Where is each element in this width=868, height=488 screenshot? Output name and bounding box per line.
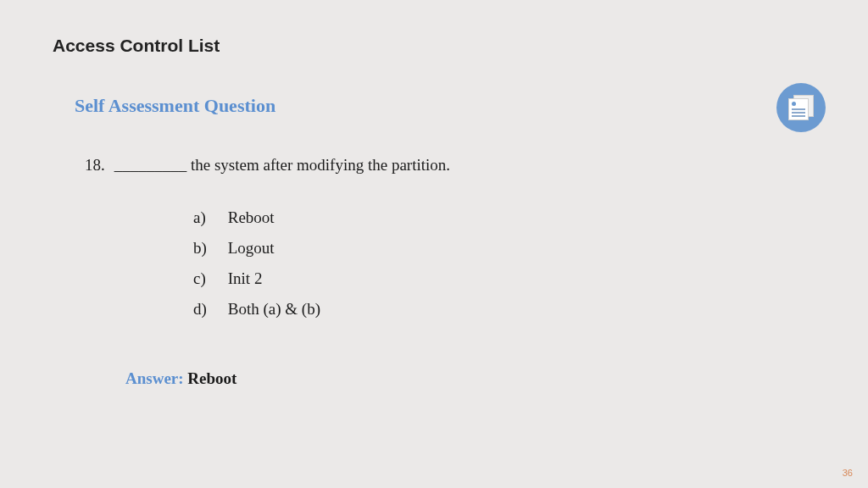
- answer-label: Answer:: [125, 369, 187, 387]
- question-number: 18.: [85, 156, 110, 175]
- option-row: d) Both (a) & (b): [193, 300, 320, 319]
- document-icon: [776, 83, 826, 132]
- answer-line: Answer: Reboot: [125, 369, 236, 388]
- page-number: 36: [843, 468, 853, 478]
- option-text: Logout: [228, 239, 275, 257]
- slide-title: Access Control List: [53, 36, 220, 56]
- option-row: a) Reboot: [193, 208, 320, 227]
- option-letter: b): [193, 239, 224, 258]
- question-text: 18. _________ the system after modifying…: [85, 156, 450, 175]
- option-text: Init 2: [228, 269, 263, 287]
- option-row: c) Init 2: [193, 269, 320, 288]
- option-letter: c): [193, 269, 224, 288]
- option-text: Both (a) & (b): [228, 300, 320, 318]
- question-body: _________ the system after modifying the…: [114, 156, 450, 174]
- options-list: a) Reboot b) Logout c) Init 2 d) Both (a…: [193, 208, 320, 330]
- option-letter: d): [193, 300, 224, 319]
- option-text: Reboot: [228, 208, 275, 226]
- option-letter: a): [193, 208, 224, 227]
- subtitle: Self Assessment Question: [75, 95, 275, 117]
- option-row: b) Logout: [193, 239, 320, 258]
- answer-value: Reboot: [187, 369, 236, 387]
